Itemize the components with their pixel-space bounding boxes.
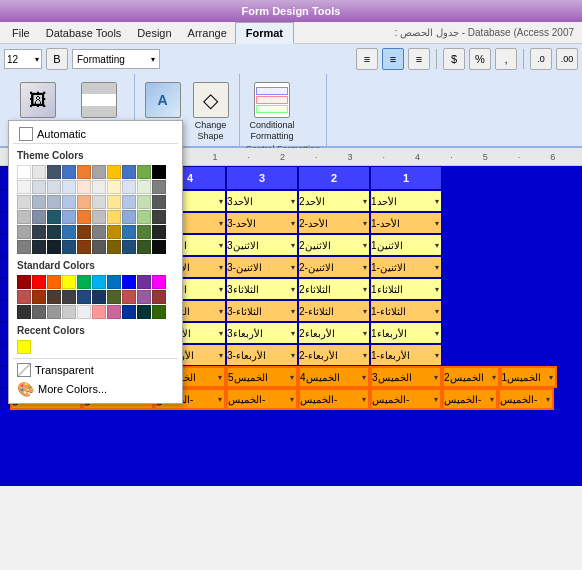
color-u5[interactable]: [77, 210, 91, 224]
color-t6[interactable]: [92, 180, 106, 194]
cell[interactable]: الأربعاء3▾: [226, 322, 298, 344]
color-theme2[interactable]: [32, 165, 46, 179]
cell[interactable]: -الخميس▾: [498, 388, 554, 410]
cell[interactable]: الأربعاء2▾: [298, 322, 370, 344]
cell[interactable]: -الخميس▾: [370, 388, 442, 410]
sc6[interactable]: [92, 275, 106, 289]
color-v4[interactable]: [62, 225, 76, 239]
color-v1[interactable]: [17, 225, 31, 239]
sc5[interactable]: [77, 275, 91, 289]
menu-arrange[interactable]: Arrange: [180, 25, 235, 41]
color-t9[interactable]: [137, 180, 151, 194]
cell[interactable]: الخميس5▾: [226, 366, 298, 388]
cell[interactable]: -الخميس▾: [442, 388, 498, 410]
cell[interactable]: الأحد1▾: [370, 190, 442, 212]
color-t1[interactable]: [17, 180, 31, 194]
color-w6[interactable]: [92, 240, 106, 254]
color-s9[interactable]: [137, 195, 151, 209]
currency-button[interactable]: $: [443, 48, 465, 70]
color-u7[interactable]: [107, 210, 121, 224]
cell[interactable]: الثلاثاء3▾: [226, 278, 298, 300]
color-theme5[interactable]: [77, 165, 91, 179]
color-v2[interactable]: [32, 225, 46, 239]
color-v5[interactable]: [77, 225, 91, 239]
cell[interactable]: الخميس2▾: [442, 366, 500, 388]
cell[interactable]: الاثنين3▾: [226, 234, 298, 256]
cell[interactable]: الأحد-3▾: [226, 212, 298, 234]
automatic-color-option[interactable]: Automatic: [13, 125, 178, 144]
increase-decimal-button[interactable]: .00: [556, 48, 578, 70]
color-theme7[interactable]: [107, 165, 121, 179]
cell[interactable]: الأحد2▾: [298, 190, 370, 212]
sc30[interactable]: [152, 305, 166, 319]
sc27[interactable]: [107, 305, 121, 319]
color-u8[interactable]: [122, 210, 136, 224]
sc7[interactable]: [107, 275, 121, 289]
sc20[interactable]: [152, 290, 166, 304]
sc3[interactable]: [47, 275, 61, 289]
color-s7[interactable]: [107, 195, 121, 209]
color-u4[interactable]: [62, 210, 76, 224]
color-v10[interactable]: [152, 225, 166, 239]
cell[interactable]: الاثنين-1▾: [370, 256, 442, 278]
sc8[interactable]: [122, 275, 136, 289]
color-s5[interactable]: [77, 195, 91, 209]
align-left-button[interactable]: ≡: [356, 48, 378, 70]
sc15[interactable]: [77, 290, 91, 304]
percent-button[interactable]: %: [469, 48, 491, 70]
sc1[interactable]: [17, 275, 31, 289]
color-w1[interactable]: [17, 240, 31, 254]
color-t8[interactable]: [122, 180, 136, 194]
color-t5[interactable]: [77, 180, 91, 194]
color-w9[interactable]: [137, 240, 151, 254]
color-s2[interactable]: [32, 195, 46, 209]
cell[interactable]: -الخميس▾: [298, 388, 370, 410]
color-black[interactable]: [152, 165, 166, 179]
color-u1[interactable]: [17, 210, 31, 224]
sc12[interactable]: [32, 290, 46, 304]
color-s8[interactable]: [122, 195, 136, 209]
cell[interactable]: الثلاثاء-2▾: [298, 300, 370, 322]
color-s1[interactable]: [17, 195, 31, 209]
color-theme4[interactable]: [62, 165, 76, 179]
decrease-decimal-button[interactable]: .0: [530, 48, 552, 70]
color-v6[interactable]: [92, 225, 106, 239]
cell[interactable]: الثلاثاء1▾: [370, 278, 442, 300]
sc28[interactable]: [122, 305, 136, 319]
align-center-button[interactable]: ≡: [382, 48, 404, 70]
color-u10[interactable]: [152, 210, 166, 224]
color-w8[interactable]: [122, 240, 136, 254]
color-theme6[interactable]: [92, 165, 106, 179]
cell[interactable]: الخميس3▾: [370, 366, 442, 388]
color-t4[interactable]: [62, 180, 76, 194]
menu-file[interactable]: File: [4, 25, 38, 41]
color-v7[interactable]: [107, 225, 121, 239]
cell[interactable]: الأحد-1▾: [370, 212, 442, 234]
color-t2[interactable]: [32, 180, 46, 194]
sc24[interactable]: [62, 305, 76, 319]
sc29[interactable]: [137, 305, 151, 319]
color-s4[interactable]: [62, 195, 76, 209]
menu-database-tools[interactable]: Database Tools: [38, 25, 130, 41]
color-v9[interactable]: [137, 225, 151, 239]
cell[interactable]: الأربعاء-1▾: [370, 344, 442, 366]
cell[interactable]: الاثنين1▾: [370, 234, 442, 256]
cell[interactable]: الثلاثاء2▾: [298, 278, 370, 300]
cell[interactable]: الأحد-2▾: [298, 212, 370, 234]
change-shape-button[interactable]: ◇ ChangeShape: [189, 80, 233, 144]
color-t3[interactable]: [47, 180, 61, 194]
color-w3[interactable]: [47, 240, 61, 254]
color-t10[interactable]: [152, 180, 166, 194]
color-w5[interactable]: [77, 240, 91, 254]
cell[interactable]: الخميس4▾: [298, 366, 370, 388]
cell[interactable]: الثلاثاء-1▾: [370, 300, 442, 322]
comma-button[interactable]: ,: [495, 48, 517, 70]
sc2[interactable]: [32, 275, 46, 289]
conditional-formatting-button[interactable]: ConditionalFormatting: [246, 80, 299, 144]
color-u2[interactable]: [32, 210, 46, 224]
sc25[interactable]: [77, 305, 91, 319]
sc18[interactable]: [122, 290, 136, 304]
more-colors-option[interactable]: 🎨 More Colors...: [13, 379, 178, 399]
color-s10[interactable]: [152, 195, 166, 209]
color-w4[interactable]: [62, 240, 76, 254]
